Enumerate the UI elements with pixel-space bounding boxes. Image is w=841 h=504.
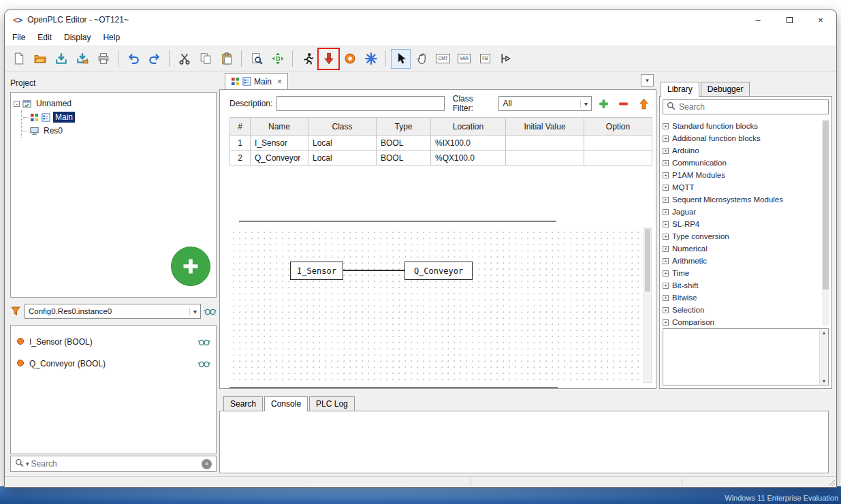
cell-class[interactable]: Local — [308, 136, 377, 151]
fbd-input-variable-block[interactable]: I_Sensor — [290, 262, 343, 280]
library-item[interactable]: +SL-RP4 — [663, 218, 821, 230]
menu-file[interactable]: File — [6, 30, 31, 45]
tab-main[interactable]: Main × — [225, 73, 288, 89]
library-item[interactable]: +Standard function blocks — [663, 120, 821, 132]
expand-icon[interactable]: + — [663, 319, 669, 326]
fbd-canvas[interactable]: I_Sensor Q_Conveyor — [229, 227, 643, 383]
library-item[interactable]: +Comparison — [663, 316, 821, 326]
cell-location[interactable]: %IX100.0 — [431, 136, 506, 151]
menu-edit[interactable]: Edit — [31, 30, 58, 45]
table-row[interactable]: 2 Q_Conveyor Local BOOL %QX100.0 — [230, 151, 652, 166]
copy-button[interactable] — [195, 49, 215, 69]
splitter-handle[interactable] — [239, 221, 556, 222]
expand-icon[interactable]: + — [663, 136, 669, 142]
instance-combo[interactable]: Config0.Res0.instance0 ▾ — [25, 304, 201, 319]
tree-item-main[interactable]: Main — [23, 110, 213, 124]
maximize-button[interactable] — [774, 10, 805, 29]
expand-icon[interactable]: + — [663, 221, 669, 227]
chevron-down-icon[interactable]: ▾ — [26, 460, 29, 467]
function-block-tool-button[interactable]: FB — [475, 49, 495, 69]
library-item[interactable]: +Type conversion — [663, 230, 821, 242]
expand-icon[interactable]: + — [663, 185, 669, 191]
tab-debugger[interactable]: Debugger — [701, 82, 750, 96]
select-tool-button[interactable] — [391, 49, 411, 69]
library-item[interactable]: +Bit-shift — [663, 279, 821, 292]
resize-grip[interactable] — [828, 479, 835, 486]
open-project-button[interactable] — [30, 49, 50, 69]
library-item[interactable]: +Jaguar — [663, 206, 821, 218]
minimize-button[interactable]: – — [742, 10, 774, 29]
redo-button[interactable] — [144, 49, 164, 69]
cell-name[interactable]: I_Sensor — [251, 136, 308, 151]
add-element-button[interactable] — [171, 247, 210, 286]
print-button[interactable] — [93, 49, 113, 69]
run-simulation-button[interactable] — [298, 49, 317, 69]
move-variable-up-button[interactable] — [636, 96, 652, 111]
expand-icon[interactable]: + — [663, 258, 669, 264]
save-button[interactable] — [51, 49, 71, 69]
variable-tool-button[interactable]: VAR — [454, 49, 474, 69]
expand-icon[interactable]: + — [663, 295, 669, 301]
fbd-output-variable-block[interactable]: Q_Conveyor — [404, 262, 473, 280]
pan-tool-button[interactable] — [412, 49, 432, 69]
library-item[interactable]: +P1AM Modules — [663, 169, 821, 181]
expand-icon[interactable]: + — [663, 270, 669, 277]
library-item[interactable]: +Arithmetic — [663, 255, 821, 267]
class-filter-combo[interactable]: All ▾ — [498, 96, 592, 111]
library-item[interactable]: +Arduino — [663, 144, 821, 157]
fit-zoom-button[interactable] — [268, 49, 287, 69]
expand-icon[interactable]: + — [663, 197, 669, 203]
library-item[interactable]: +Bitwise — [663, 292, 821, 304]
cell-option[interactable] — [584, 136, 652, 151]
tree-item-res0[interactable]: Res0 — [23, 124, 213, 138]
scrollbar-thumb[interactable] — [823, 121, 829, 289]
library-item[interactable]: +Communication — [663, 157, 821, 169]
expand-icon[interactable]: + — [663, 160, 669, 166]
expand-icon[interactable]: + — [663, 148, 669, 154]
library-item[interactable]: +Time — [663, 267, 821, 279]
connection-tool-button[interactable] — [496, 49, 516, 69]
cell-class[interactable]: Local — [308, 151, 377, 166]
library-item[interactable]: +Additional function blocks — [663, 132, 821, 144]
description-input[interactable] — [276, 96, 444, 111]
cell-type[interactable]: BOOL — [377, 136, 431, 151]
collapse-icon[interactable]: - — [14, 101, 20, 107]
cell-initial-value[interactable] — [506, 151, 584, 166]
cut-button[interactable] — [174, 49, 194, 69]
tab-close-button[interactable]: × — [277, 77, 282, 86]
library-scrollbar[interactable] — [822, 120, 829, 326]
close-button[interactable]: × — [805, 10, 836, 29]
library-item[interactable]: +Sequent Microsystems Modules — [663, 193, 821, 206]
library-search-input[interactable] — [679, 102, 825, 112]
remove-variable-button[interactable] — [616, 96, 631, 111]
scrollbar-thumb[interactable] — [645, 229, 650, 292]
expand-icon[interactable]: + — [663, 172, 669, 178]
undo-button[interactable] — [123, 49, 143, 69]
list-item[interactable]: Q_Conveyor (BOOL) — [16, 353, 210, 375]
cell-initial-value[interactable] — [506, 136, 584, 151]
expand-icon[interactable]: + — [663, 246, 669, 252]
comment-tool-button[interactable]: CMT — [433, 49, 453, 69]
watch-variable-button[interactable] — [198, 338, 210, 346]
debug-button[interactable] — [361, 49, 381, 69]
menu-help[interactable]: Help — [97, 30, 126, 45]
expand-icon[interactable]: + — [663, 234, 669, 240]
tab-console[interactable]: Console — [264, 396, 308, 411]
library-item[interactable]: +Numerical — [663, 242, 821, 255]
scroll-up-icon[interactable]: ▲ — [822, 330, 827, 335]
list-item[interactable]: I_Sensor (BOOL) — [16, 331, 210, 353]
project-search-input[interactable] — [31, 459, 200, 469]
cell-name[interactable]: Q_Conveyor — [251, 151, 308, 166]
preview-scrollbar[interactable]: ▲ ▼ — [819, 329, 828, 385]
tab-library[interactable]: Library — [661, 82, 699, 97]
menu-display[interactable]: Display — [58, 30, 97, 45]
cell-type[interactable]: BOOL — [377, 151, 431, 166]
cell-option[interactable] — [584, 151, 652, 166]
new-project-button[interactable] — [9, 49, 29, 69]
add-variable-button[interactable] — [596, 96, 612, 111]
debug-instance-button[interactable] — [204, 307, 217, 315]
save-as-button[interactable] — [72, 49, 92, 69]
expand-icon[interactable]: + — [663, 209, 669, 215]
expand-icon[interactable]: + — [663, 123, 669, 129]
fbd-connection-wire[interactable] — [343, 270, 404, 271]
